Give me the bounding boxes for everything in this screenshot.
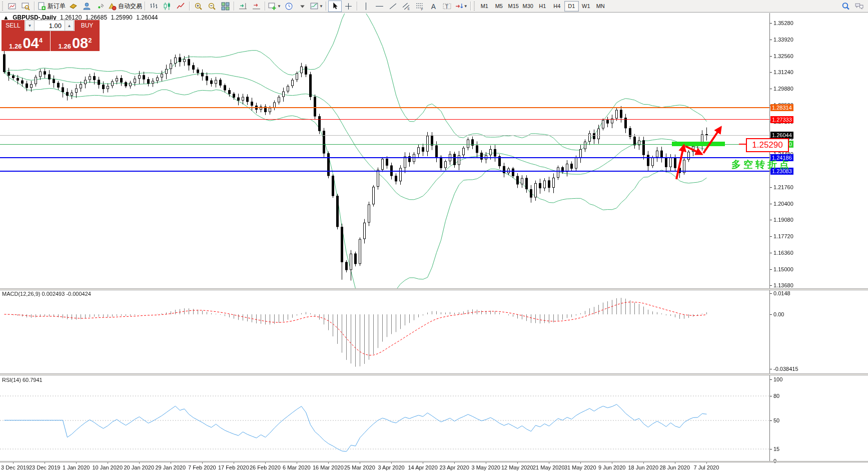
price-axis-tick: 1.35280: [773, 20, 793, 26]
buy-price-button[interactable]: 1.26 08 2: [51, 31, 100, 51]
rsi-axis-tick: 100: [773, 376, 782, 382]
date-axis-label: 1 Jan 2020: [63, 464, 90, 470]
price-axis-border: [769, 13, 770, 462]
price-axis-tick: 1.29880: [773, 86, 793, 92]
turning-point-text[interactable]: 多空转折点: [731, 158, 791, 171]
macd-axis-tick: 0.00: [773, 311, 784, 317]
ohlc-close: 1.26044: [136, 14, 158, 21]
date-axis-label: 9 Jun 2020: [598, 464, 625, 470]
panel-separator: [0, 461, 868, 462]
price-axis-tick: 1.16360: [773, 250, 793, 256]
horizontal-line-1.26044[interactable]: [0, 135, 769, 136]
macd-axis-tick: 0.0148: [773, 290, 790, 296]
rsi-axis-tick: 15: [773, 446, 779, 452]
date-axis-label: 18 Jun 2020: [628, 464, 659, 470]
panel-separator[interactable]: [0, 373, 868, 375]
date-axis-label: 28 Jun 2020: [660, 464, 690, 470]
sell-button[interactable]: SELL: [2, 20, 25, 31]
chart-surface[interactable]: [0, 0, 868, 472]
date-axis-label: 10 Jan 2020: [93, 464, 123, 470]
date-axis-label: 26 Feb 2020: [250, 464, 281, 470]
buy-price-big: 08: [72, 37, 88, 50]
buy-button[interactable]: BUY: [74, 20, 100, 31]
price-axis-tick: 1.19080: [773, 217, 793, 223]
date-axis-label: 25 Mar 2020: [344, 464, 375, 470]
sell-price-small: 1.26: [9, 43, 22, 50]
horizontal-line-1.27333[interactable]: [0, 119, 769, 120]
price-badge-1.28314: 1.28314: [770, 104, 793, 111]
price-axis-tick: 1.31240: [773, 69, 793, 75]
price-axis-tick: 1.15000: [773, 266, 793, 272]
buy-price-small: 1.26: [59, 43, 71, 50]
rsi-axis-tick: 50: [773, 417, 779, 423]
arrow-up-2[interactable]: [703, 127, 721, 153]
horizontal-line-1.25290[interactable]: [0, 144, 769, 145]
date-axis-label: 23 Dec 2019: [29, 464, 60, 470]
date-axis-label: 6 Mar 2020: [283, 464, 311, 470]
volume-decrease-button[interactable]: ▼: [25, 20, 35, 31]
date-axis-label: 7 Feb 2020: [188, 464, 216, 470]
sell-price-big: 04: [23, 37, 39, 50]
horizontal-line-1.24186[interactable]: [0, 157, 769, 158]
price-axis-tick: 1.33920: [773, 37, 793, 43]
arrow-down[interactable]: [685, 146, 702, 154]
date-axis-label: 20 Jan 2020: [124, 464, 155, 470]
date-axis-label: 21 May 2020: [533, 464, 565, 470]
mt4-window: 新订单自动交易▼▼EFAT▼M1M5M15M30H1H4D1W1MN ▲ GBP…: [0, 0, 868, 472]
date-axis-label: 3 Dec 2019: [1, 464, 29, 470]
price-axis-tick: 1.32560: [773, 53, 793, 59]
rsi-axis-tick: 80: [773, 393, 779, 399]
sell-price-button[interactable]: 1.26 04 4: [2, 31, 51, 51]
panel-separator[interactable]: [0, 288, 868, 290]
date-axis-label: 23 Apr 2020: [440, 464, 469, 470]
ohlc-low: 1.25990: [111, 14, 132, 21]
sell-price-sup: 4: [39, 37, 43, 44]
date-axis-label: 16 Mar 2020: [313, 464, 344, 470]
date-axis-label: 29 Jan 2020: [156, 464, 186, 470]
price-axis-tick: 1.20400: [773, 201, 793, 207]
price-callout-label[interactable]: 1.25290: [746, 138, 789, 152]
price-axis-tick: 1.17720: [773, 233, 793, 239]
date-axis-label: 14 Apr 2020: [408, 464, 438, 470]
date-axis-label: 17 Feb 2020: [218, 464, 249, 470]
one-click-trading-panel: SELL ▼ 1.00 ▲ BUY 1.26 04 4 1.26 08 2: [2, 20, 100, 51]
rsi-label: RSI(14) 60.7941: [2, 377, 43, 383]
macd-axis-tick: -0.038415: [773, 366, 798, 372]
volume-input[interactable]: 1.00: [35, 20, 65, 31]
price-axis-tick: 1.13680: [773, 282, 793, 288]
date-axis-label: 12 May 2020: [501, 464, 533, 470]
date-axis-label: 3 May 2020: [472, 464, 500, 470]
price-badge-1.27333: 1.27333: [770, 116, 793, 123]
callout-connector: [739, 144, 746, 145]
horizontal-line-1.23083[interactable]: [0, 171, 769, 172]
macd-label: MACD(12,26,9) 0.002493 -0.000424: [2, 291, 91, 297]
buy-price-sup: 2: [88, 37, 92, 44]
arrow-up-1[interactable]: [676, 145, 684, 179]
date-axis-label: 3 Apr 2020: [378, 464, 405, 470]
volume-increase-button[interactable]: ▲: [65, 20, 74, 31]
trend-arrows[interactable]: [670, 120, 728, 185]
date-axis-label: 31 May 2020: [564, 464, 596, 470]
horizontal-line-1.28314[interactable]: [0, 107, 769, 108]
price-axis-tick: 1.21760: [773, 184, 793, 190]
date-axis-label: 7 Jul 2020: [694, 464, 719, 470]
